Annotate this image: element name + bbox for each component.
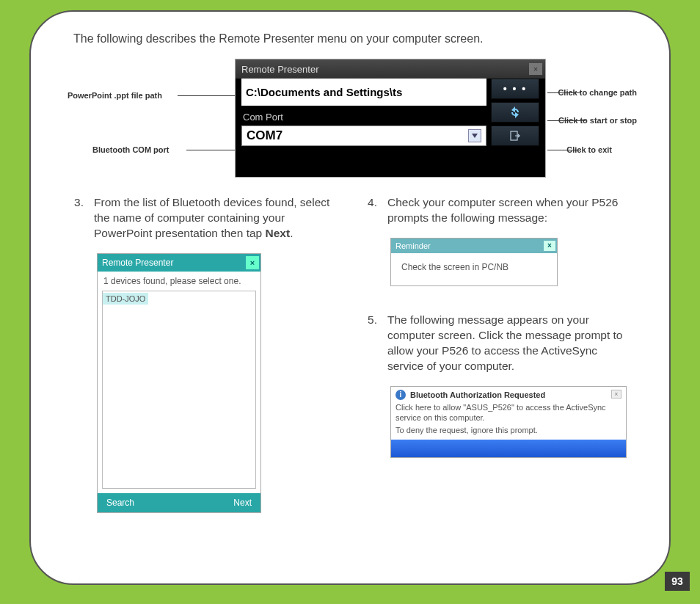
browse-path-button[interactable]: • • • bbox=[491, 79, 539, 99]
ellipsis-icon: • • • bbox=[503, 83, 527, 95]
com-port-dropdown[interactable]: COM7 bbox=[241, 125, 486, 146]
close-icon[interactable]: × bbox=[529, 63, 542, 75]
bluetooth-balloon-screenshot: × i Bluetooth Authorization Requested Cl… bbox=[390, 386, 627, 459]
page-number: 93 bbox=[665, 572, 690, 591]
device-screenshot: Remote Presenter × 1 devices found, plea… bbox=[97, 253, 261, 513]
ppt-path-input[interactable]: C:\Documents and Settings\ts bbox=[241, 79, 486, 106]
step-3: 3. From the list of Bluetooth devices fo… bbox=[68, 195, 339, 241]
step-3-number: 3. bbox=[68, 195, 84, 241]
balloon-line-1: Click here to allow "ASUS_P526" to acces… bbox=[395, 402, 621, 423]
balloon-line-2: To deny the request, ignore this prompt. bbox=[395, 425, 621, 435]
ppt-path-value: C:\Documents and Settings\ts bbox=[246, 86, 402, 98]
step-3-text: From the list of Bluetooth devices found… bbox=[94, 195, 339, 241]
remote-presenter-title: Remote Presenter bbox=[241, 64, 319, 75]
callout-ppt-path: PowerPoint .ppt file path bbox=[68, 91, 162, 100]
intro-text: The following describes the Remote Prese… bbox=[73, 32, 632, 46]
device-title-text: Remote Presenter bbox=[102, 258, 173, 268]
info-icon: i bbox=[395, 390, 406, 400]
com-port-value: COM7 bbox=[247, 128, 282, 143]
chevron-down-icon[interactable] bbox=[468, 129, 481, 142]
close-icon[interactable]: × bbox=[544, 241, 555, 251]
start-stop-button[interactable] bbox=[491, 102, 539, 123]
device-bottom-bar: Search Next bbox=[98, 493, 260, 512]
taskbar bbox=[391, 440, 626, 457]
close-icon[interactable]: × bbox=[611, 390, 621, 399]
exit-icon bbox=[509, 130, 521, 142]
step-5-number: 5. bbox=[361, 313, 377, 374]
step-5: 5. The following message appears on your… bbox=[361, 313, 632, 374]
columns: 3. From the list of Bluetooth devices fo… bbox=[68, 195, 632, 513]
col-left: 3. From the list of Bluetooth devices fo… bbox=[68, 195, 339, 513]
step-5-text: The following message appears on your co… bbox=[387, 313, 632, 374]
device-list[interactable]: TDD-JOJO bbox=[102, 291, 256, 489]
next-button[interactable]: Next bbox=[233, 498, 252, 508]
step-4-number: 4. bbox=[361, 195, 377, 226]
remote-presenter-window: Remote Presenter × C:\Documents and Sett… bbox=[235, 59, 546, 178]
close-icon[interactable]: × bbox=[246, 256, 259, 269]
callout-bt-com: Bluetooth COM port bbox=[92, 145, 169, 154]
exit-button[interactable] bbox=[491, 125, 539, 146]
sync-icon bbox=[509, 106, 521, 118]
balloon-title: Bluetooth Authorization Requested bbox=[410, 390, 545, 399]
reminder-titlebar: Reminder × bbox=[391, 239, 557, 253]
com-port-label: Com Port bbox=[241, 109, 486, 123]
reminder-body-text: Check the screen in PC/NB bbox=[391, 253, 557, 285]
col-right: 4. Check your computer screen when your … bbox=[361, 195, 632, 513]
remote-presenter-illustration: PowerPoint .ppt file path Bluetooth COM … bbox=[68, 59, 632, 189]
remote-presenter-titlebar: Remote Presenter × bbox=[236, 59, 545, 79]
reminder-dialog: Reminder × Check the screen in PC/NB bbox=[390, 238, 558, 286]
step-4: 4. Check your computer screen when your … bbox=[361, 195, 632, 226]
device-titlebar: Remote Presenter × bbox=[98, 254, 260, 272]
page-card: The following describes the Remote Prese… bbox=[29, 10, 671, 585]
device-list-selected-item[interactable]: TDD-JOJO bbox=[103, 293, 148, 305]
reminder-title-text: Reminder bbox=[395, 241, 431, 250]
search-button[interactable]: Search bbox=[106, 498, 134, 508]
step-4-text: Check your computer screen when your P52… bbox=[387, 195, 632, 226]
device-found-message: 1 devices found, please select one. bbox=[98, 272, 260, 291]
